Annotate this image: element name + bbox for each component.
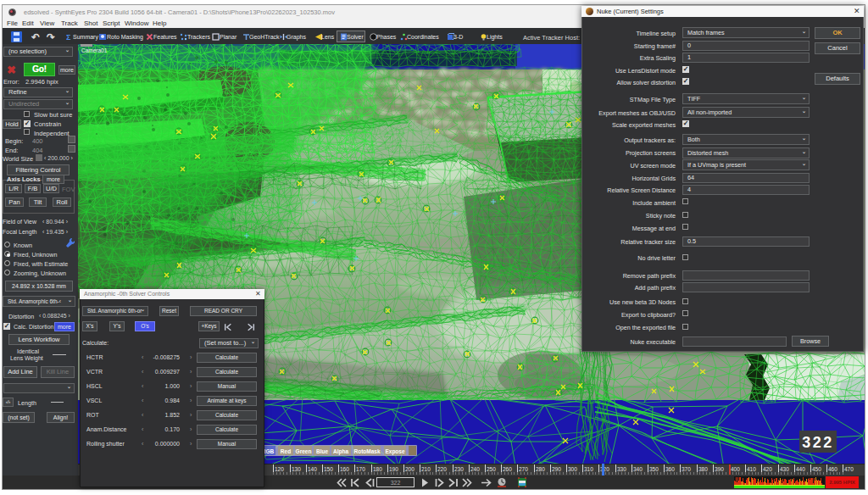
- svg-text:Expose: Expose: [385, 448, 405, 455]
- svg-text:Σ: Σ: [66, 33, 71, 41]
- svg-text:Red: Red: [281, 448, 291, 454]
- svg-text:RotoMask: RotoMask: [353, 448, 380, 454]
- svg-text:322: 322: [802, 434, 834, 451]
- svg-text:Green: Green: [296, 448, 312, 454]
- svg-text:Blue: Blue: [316, 448, 328, 454]
- svg-text:Alpha: Alpha: [333, 448, 348, 455]
